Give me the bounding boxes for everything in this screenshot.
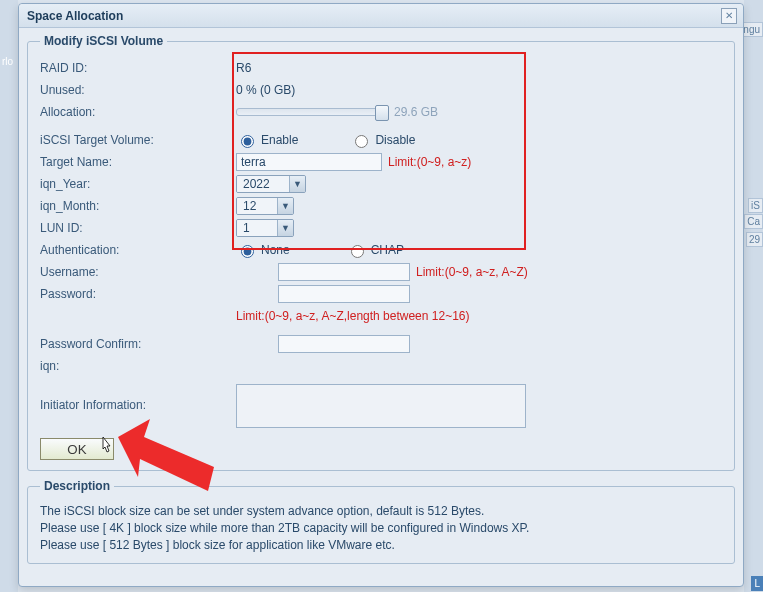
description-text: The iSCSI block size can be set under sy… [40, 503, 722, 553]
radio-disable-label: Disable [375, 133, 415, 147]
row-authentication: Authentication: None CHAP [40, 240, 722, 260]
modify-fieldset: Modify iSCSI Volume RAID ID: R6 Unused: … [27, 34, 735, 471]
row-allocation: Allocation: 29.6 GB [40, 102, 722, 122]
radio-chap[interactable] [351, 245, 364, 258]
raid-id-label: RAID ID: [40, 61, 236, 75]
chevron-down-icon: ▼ [277, 198, 293, 214]
allocation-slider[interactable] [236, 108, 388, 116]
row-raid-id: RAID ID: R6 [40, 58, 722, 78]
iqn-month-select-wrap[interactable]: 12 ▼ [236, 197, 294, 215]
row-initiator: Initiator Information: [40, 384, 722, 428]
radio-none[interactable] [241, 245, 254, 258]
row-target-volume: iSCSI Target Volume: Enable Disable [40, 130, 722, 150]
titlebar: Space Allocation ✕ [19, 4, 743, 28]
row-lun-id: LUN ID: 1 ▼ [40, 218, 722, 238]
description-line-2: Please use [ 4K ] block size while more … [40, 520, 722, 537]
raid-id-value: R6 [236, 61, 251, 75]
close-button[interactable]: ✕ [721, 8, 737, 24]
password-confirm-label: Password Confirm: [40, 337, 236, 351]
radio-disable-wrap[interactable]: Disable [350, 132, 415, 148]
iqn-month-label: iqn_Month: [40, 199, 236, 213]
iqn-label: iqn: [40, 359, 236, 373]
target-name-limit: Limit:(0~9, a~z) [388, 155, 471, 169]
row-password-limit: Limit:(0~9, a~z, A~Z,length between 12~1… [40, 306, 722, 326]
radio-enable-label: Enable [261, 133, 298, 147]
description-legend: Description [40, 479, 114, 493]
close-icon: ✕ [725, 10, 733, 21]
lun-id-select-wrap[interactable]: 1 ▼ [236, 219, 294, 237]
radio-chap-wrap[interactable]: CHAP [346, 242, 404, 258]
row-username: Username: Limit:(0~9, a~z, A~Z) [40, 262, 722, 282]
chevron-down-icon: ▼ [277, 220, 293, 236]
radio-chap-label: CHAP [371, 243, 404, 257]
radio-enable[interactable] [241, 135, 254, 148]
row-iqn-year: iqn_Year: 2022 ▼ [40, 174, 722, 194]
row-password-confirm: Password Confirm: [40, 334, 722, 354]
description-line-1: The iSCSI block size can be set under sy… [40, 503, 722, 520]
radio-disable[interactable] [355, 135, 368, 148]
password-limit: Limit:(0~9, a~z, A~Z,length between 12~1… [236, 309, 469, 323]
description-line-3: Please use [ 512 Bytes ] block size for … [40, 537, 722, 554]
allocation-label: Allocation: [40, 105, 236, 119]
radio-none-wrap[interactable]: None [236, 242, 290, 258]
background-right: ingu iS Ca 29 L [744, 0, 763, 592]
password-label: Password: [40, 287, 236, 301]
target-volume-label: iSCSI Target Volume: [40, 133, 236, 147]
target-name-input[interactable] [236, 153, 382, 171]
window-title: Space Allocation [27, 9, 123, 23]
dialog-window: Space Allocation ✕ Modify iSCSI Volume R… [18, 3, 744, 587]
slider-thumb[interactable] [375, 105, 389, 121]
allocation-value: 29.6 GB [394, 105, 438, 119]
username-limit: Limit:(0~9, a~z, A~Z) [416, 265, 528, 279]
row-password: Password: [40, 284, 722, 304]
modify-legend: Modify iSCSI Volume [40, 34, 167, 48]
initiator-label: Initiator Information: [40, 384, 236, 412]
username-input[interactable] [278, 263, 410, 281]
description-fieldset: Description The iSCSI block size can be … [27, 479, 735, 564]
initiator-textarea[interactable] [236, 384, 526, 428]
iqn-year-label: iqn_Year: [40, 177, 236, 191]
ok-button[interactable]: OK [40, 438, 114, 460]
password-input[interactable] [278, 285, 410, 303]
password-confirm-input[interactable] [278, 335, 410, 353]
radio-none-label: None [261, 243, 290, 257]
target-name-label: Target Name: [40, 155, 236, 169]
dialog-body: Modify iSCSI Volume RAID ID: R6 Unused: … [19, 28, 743, 586]
row-iqn-month: iqn_Month: 12 ▼ [40, 196, 722, 216]
row-target-name: Target Name: Limit:(0~9, a~z) [40, 152, 722, 172]
auth-label: Authentication: [40, 243, 236, 257]
chevron-down-icon: ▼ [289, 176, 305, 192]
username-label: Username: [40, 265, 236, 279]
iqn-year-select-wrap[interactable]: 2022 ▼ [236, 175, 306, 193]
iqn-year-select[interactable]: 2022 [237, 176, 289, 192]
lun-id-select[interactable]: 1 [237, 220, 277, 236]
background-left: rlo [0, 0, 18, 592]
unused-value: 0 % (0 GB) [236, 83, 295, 97]
lun-id-label: LUN ID: [40, 221, 236, 235]
row-unused: Unused: 0 % (0 GB) [40, 80, 722, 100]
iqn-month-select[interactable]: 12 [237, 198, 277, 214]
row-iqn: iqn: [40, 356, 722, 376]
unused-label: Unused: [40, 83, 236, 97]
radio-enable-wrap[interactable]: Enable [236, 132, 298, 148]
